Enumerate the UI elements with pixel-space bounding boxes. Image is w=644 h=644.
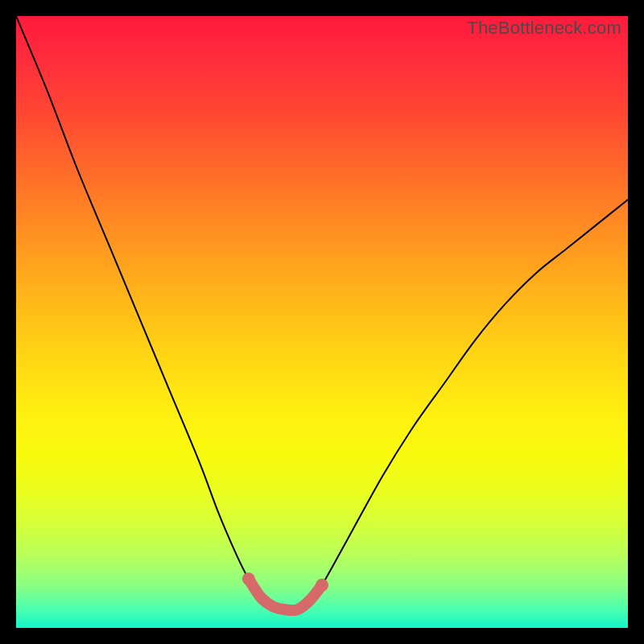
chart-frame: TheBottleneck.com xyxy=(0,0,644,644)
bottleneck-curve xyxy=(16,16,628,610)
trough-highlight xyxy=(242,572,328,610)
svg-point-1 xyxy=(316,579,328,592)
svg-point-0 xyxy=(242,572,255,585)
plot-area: TheBottleneck.com xyxy=(16,16,628,628)
curve-layer xyxy=(16,16,628,628)
